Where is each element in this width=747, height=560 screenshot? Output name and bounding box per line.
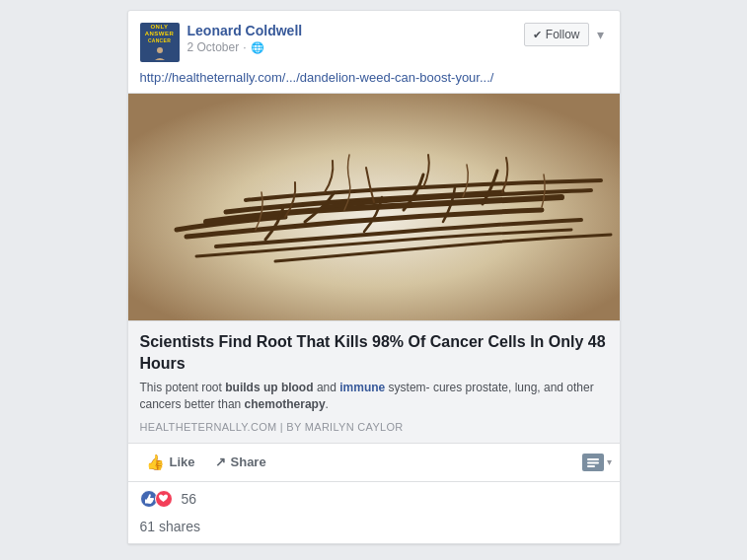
more-options-button[interactable]: ▾ [593,25,608,44]
article-title: Scientists Find Root That Kills 98% Of C… [140,331,608,374]
avatar-image: ONLY ANSWER CANCER [140,23,180,62]
reaction-dropdown-arrow[interactable]: ▾ [607,456,612,467]
like-button[interactable]: 👍 Like [136,448,205,477]
svg-rect-3 [587,461,599,463]
share-button[interactable]: ↗ Share [205,448,276,477]
action-buttons: 👍 Like ↗ Share [136,448,276,477]
post-shares: 61 shares [128,514,620,543]
share-label: Share [231,455,266,469]
source-name: HEALTHETERNALLY.COM [140,421,277,433]
reaction-emojis [140,490,170,508]
article-card: Scientists Find Root That Kills 98% Of C… [128,320,620,443]
header-right: ✔ Follow ▾ [524,23,608,46]
post-url-link[interactable]: http://healtheternally.com/.../dandelion… [128,70,620,93]
follow-button[interactable]: ✔ Follow [524,23,589,46]
svg-rect-4 [587,465,595,467]
post-image [128,94,620,320]
svg-rect-2 [587,458,599,460]
reaction-count: 56 [182,491,197,507]
post-meta: 2 October · 🌐 [187,40,303,54]
reaction-selector-icon[interactable] [582,454,604,471]
source-author: BY MARILYN CAYLOR [286,421,403,433]
follow-label: Follow [546,28,580,41]
root-lines [128,94,620,320]
avatar[interactable]: ONLY ANSWER CANCER [140,23,180,62]
article-source: HEALTHETERNALLY.COM | BY MARILYN CAYLOR [140,421,608,433]
follow-check-icon: ✔ [533,29,542,41]
article-description: This potent root builds up blood and imm… [140,380,608,413]
post-actions: 👍 Like ↗ Share ▾ [128,443,620,481]
post-header: ONLY ANSWER CANCER Leonard Coldwell 2 Oc… [128,11,620,70]
like-icon: 👍 [146,454,165,471]
author-info: Leonard Coldwell 2 October · 🌐 [187,23,303,54]
love-emoji [155,490,173,508]
privacy-icon: 🌐 [251,41,264,54]
author-name[interactable]: Leonard Coldwell [187,23,303,38]
reaction-icon-area: ▾ [582,454,612,471]
article-description-text: This potent root builds up blood and imm… [140,381,594,411]
shares-word: shares [159,519,200,534]
share-icon: ↗ [215,455,226,469]
shares-number: 61 [140,519,156,534]
like-label: Like [170,455,195,469]
shares-count: 61 shares [140,519,201,534]
post-image-container [128,93,620,320]
svg-point-0 [157,47,163,53]
post-header-left: ONLY ANSWER CANCER Leonard Coldwell 2 Oc… [140,23,303,62]
post-card: ONLY ANSWER CANCER Leonard Coldwell 2 Oc… [127,10,621,544]
post-reactions: 56 [128,481,620,514]
post-date: 2 October [187,40,240,54]
